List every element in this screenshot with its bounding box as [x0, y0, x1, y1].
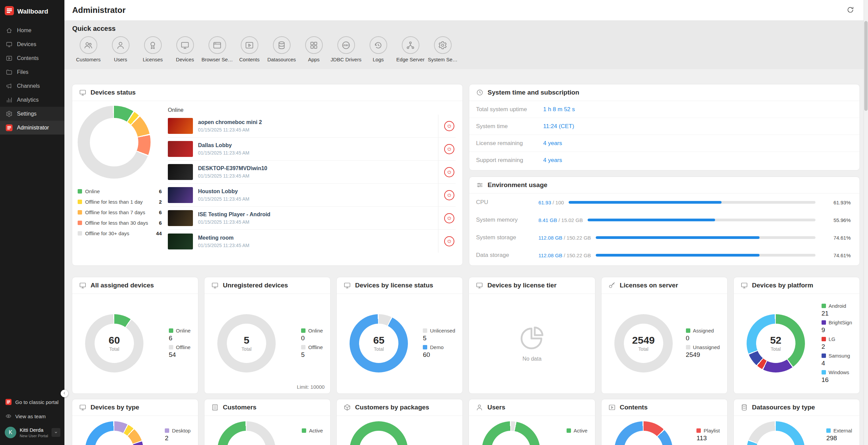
- card-header: Environment usage: [469, 177, 860, 194]
- monitor-icon: [211, 282, 219, 289]
- quick-access-label: Edge Server: [396, 57, 425, 62]
- card-body: Desktop2PWA: [72, 416, 198, 445]
- sidebar-item-channels[interactable]: Channels: [0, 79, 64, 93]
- card-title: Datasources by type: [752, 404, 815, 411]
- quick-access-label: Devices: [176, 57, 194, 62]
- quick-access-edge-server[interactable]: Edge Server: [394, 36, 427, 62]
- info-row-total-system-uptime: Total system uptime1 h 8 m 52 s: [469, 101, 860, 118]
- user-caret-button[interactable]: [52, 428, 60, 437]
- legend-value: 6: [169, 335, 191, 342]
- device-row[interactable]: Houston Lobby01/15/2025 11:23:45 AM: [168, 184, 456, 207]
- sidebar-item-administrator[interactable]: Administrator: [0, 121, 64, 135]
- user-subtitle: New User Portal: [20, 434, 48, 438]
- sidebar-item-home[interactable]: Home: [0, 23, 64, 37]
- usage-value: 8.41 GB / 15.02 GB: [538, 217, 583, 223]
- sidebar-item-analytics[interactable]: Analytics: [0, 93, 64, 107]
- card-title: Devices by platform: [752, 282, 813, 289]
- sidebar-item-settings[interactable]: Settings: [0, 107, 64, 121]
- quick-access-users[interactable]: Users: [104, 36, 137, 62]
- quick-access-system-se[interactable]: System Se…: [427, 36, 459, 62]
- sidebar-collapse-button[interactable]: [61, 390, 68, 397]
- refresh-button[interactable]: [846, 6, 854, 14]
- device-action-cell: [438, 161, 456, 183]
- card-title: Contents: [620, 404, 648, 411]
- legend-value: 5: [301, 351, 323, 359]
- sidebar-item-label: Settings: [17, 111, 37, 117]
- quick-access-jdbc-drivers[interactable]: JDBCJDBC Drivers: [330, 36, 362, 62]
- quick-access-section: Quick access CustomersUsersLicensesDevic…: [64, 20, 868, 69]
- legend-label: Samsung: [829, 353, 850, 359]
- device-info: DESKTOP-E397MVD\win1001/15/2025 11:23:45…: [198, 165, 267, 179]
- contents-card: ContentsPlaylist113: [601, 399, 728, 445]
- monitor-icon: [79, 404, 86, 411]
- device-action-cell: [438, 184, 456, 206]
- device-row[interactable]: Meeting room01/15/2025 11:23:45 AM: [168, 230, 456, 253]
- legend-label: Offline for less than 1 day: [85, 199, 143, 205]
- sidebar-item-label: Files: [17, 69, 28, 75]
- sidebar-item-contents[interactable]: Contents: [0, 51, 64, 65]
- legend-color-swatch: [686, 328, 690, 333]
- legend-item: Offline5: [301, 344, 323, 359]
- legend-color-swatch: [78, 200, 82, 204]
- device-row[interactable]: aopen chromeboc mini 201/15/2025 11:23:4…: [168, 115, 456, 138]
- usage-percent: 74.61%: [820, 252, 851, 258]
- device-info: aopen chromeboc mini 201/15/2025 11:23:4…: [198, 119, 262, 133]
- card-header: Customers: [204, 399, 330, 416]
- legend-label: Active: [574, 428, 588, 433]
- device-row[interactable]: Dallas Lobby01/15/2025 11:23:45 AM: [168, 138, 456, 161]
- play-icon: [241, 36, 258, 54]
- device-info: ISE Testing Player - Android01/15/2025 1…: [198, 211, 270, 225]
- card-title: Devices by license status: [355, 282, 433, 289]
- quick-access-contents[interactable]: Contents: [233, 36, 265, 62]
- device-row[interactable]: ISE Testing Player - Android01/15/2025 1…: [168, 207, 456, 230]
- power-button[interactable]: [444, 236, 454, 246]
- power-button[interactable]: [444, 167, 454, 177]
- donut-chart: [85, 421, 143, 445]
- classic-portal-link[interactable]: Go to classic portal: [0, 395, 64, 409]
- info-value: 1 h 8 m 52 s: [543, 106, 575, 113]
- quick-access-customers[interactable]: Customers: [72, 36, 104, 62]
- sidebar-item-devices[interactable]: Devices: [0, 37, 64, 51]
- quick-access-logs[interactable]: Logs: [362, 36, 394, 62]
- view-as-team-link[interactable]: View as team: [0, 409, 64, 423]
- quick-access-apps[interactable]: Apps: [298, 36, 330, 62]
- chevron-left-icon: [62, 391, 67, 397]
- database-icon: [741, 404, 748, 411]
- power-button[interactable]: [444, 144, 454, 154]
- legend-value: 54: [169, 351, 191, 359]
- legend-label: Desktop: [172, 428, 191, 433]
- card-legend: External298: [826, 421, 853, 444]
- power-button[interactable]: [444, 121, 454, 131]
- bottom-cards-row: Devices by typeDesktop2PWACustomersActiv…: [72, 399, 860, 445]
- app-logo[interactable]: Wallboard: [0, 0, 64, 21]
- card-header: Devices by platform: [734, 277, 860, 294]
- legend-value: 44: [156, 230, 162, 236]
- monitor-icon: [6, 41, 13, 48]
- legend-color-swatch: [301, 328, 305, 333]
- device-thumbnail: [168, 187, 193, 203]
- quick-access-browser-se[interactable]: Browser Se…: [201, 36, 233, 62]
- monitor-icon: [79, 89, 86, 96]
- card-header: All assigned devices: [72, 277, 198, 294]
- legend-label: Demo: [430, 344, 443, 350]
- card-header: Contents: [601, 399, 727, 416]
- monitor-icon: [343, 282, 351, 289]
- quick-access-licenses[interactable]: Licenses: [137, 36, 169, 62]
- monitor-icon: [79, 282, 86, 289]
- customers-card: CustomersActive: [204, 399, 331, 445]
- user-menu[interactable]: K Kitti Derda New User Portal: [0, 423, 64, 444]
- scrollbar-thumb[interactable]: [864, 21, 868, 111]
- online-devices-list: Online aopen chromeboc mini 201/15/2025 …: [162, 105, 456, 264]
- legend-item: Unassigned2549: [686, 344, 720, 359]
- quick-access-datasources[interactable]: Datasources: [265, 36, 298, 62]
- sidebar-item-files[interactable]: Files: [0, 65, 64, 79]
- device-row[interactable]: DESKTOP-E397MVD\win1001/15/2025 11:23:45…: [168, 161, 456, 184]
- quick-access-devices[interactable]: Devices: [169, 36, 201, 62]
- power-button[interactable]: [444, 213, 454, 223]
- card-body: Playlist113: [601, 416, 727, 445]
- quick-access-label: Logs: [373, 57, 384, 62]
- power-button[interactable]: [444, 190, 454, 200]
- person-icon: [112, 36, 130, 54]
- card-header: Datasources by type: [734, 399, 860, 416]
- no-data-state: No data: [469, 294, 595, 392]
